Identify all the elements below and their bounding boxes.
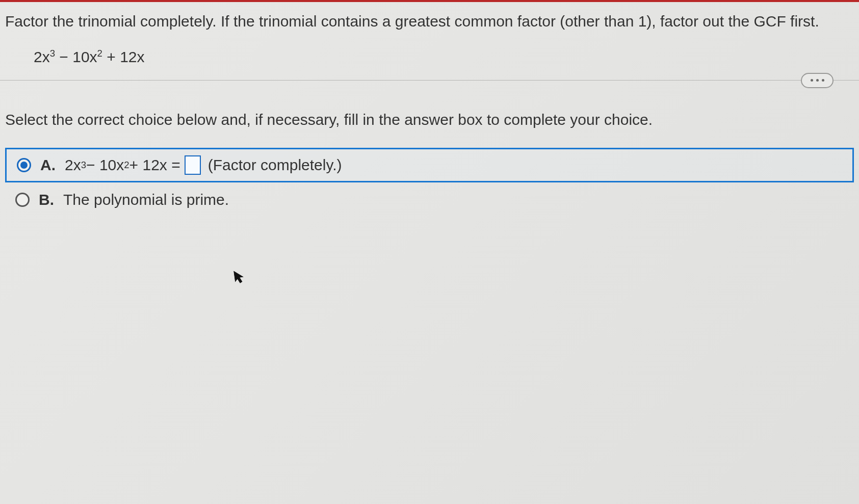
expr-term1-coef: 2x [34, 48, 50, 65]
choice-a-radio[interactable] [17, 158, 31, 172]
expr-term2-exp: 2 [97, 48, 102, 59]
question-section: Factor the trinomial completely. If the … [0, 2, 859, 81]
more-options-button[interactable] [801, 73, 834, 88]
choice-b-row[interactable]: B. The polynomial is prime. [5, 182, 854, 217]
choice-a-expr-coef: 2x [65, 156, 81, 174]
choice-a-hint: (Factor completely.) [208, 156, 342, 174]
cursor-icon [233, 270, 247, 289]
question-expression: 2x3 − 10x2 + 12x [34, 48, 854, 66]
ellipsis-dot-icon [816, 79, 819, 82]
expr-term2: − 10x [55, 48, 97, 65]
page-root: Factor the trinomial completely. If the … [0, 0, 859, 504]
choice-b-text: The polynomial is prime. [63, 191, 229, 208]
choice-b-label: B. [39, 191, 54, 208]
answer-section: Select the correct choice below and, if … [0, 81, 859, 227]
choice-b-radio[interactable] [15, 193, 30, 207]
ellipsis-dot-icon [811, 79, 813, 82]
choice-a-expr-mid: − 10x [86, 156, 124, 174]
ellipsis-dot-icon [822, 79, 824, 82]
expr-term3: + 12x [102, 48, 145, 65]
choice-a-body: 2x3 − 10x2 + 12x = (Factor completely.) [65, 155, 342, 175]
answer-input-box[interactable] [185, 155, 201, 175]
question-prompt: Factor the trinomial completely. If the … [5, 11, 854, 32]
choice-a-expr-tail: + 12x = [129, 156, 180, 174]
choice-a-label: A. [40, 156, 56, 174]
expr-term1-exp: 3 [50, 48, 55, 59]
answer-instruction: Select the correct choice below and, if … [5, 111, 854, 128]
choice-a-row[interactable]: A. 2x3 − 10x2 + 12x = (Factor completely… [5, 148, 854, 182]
